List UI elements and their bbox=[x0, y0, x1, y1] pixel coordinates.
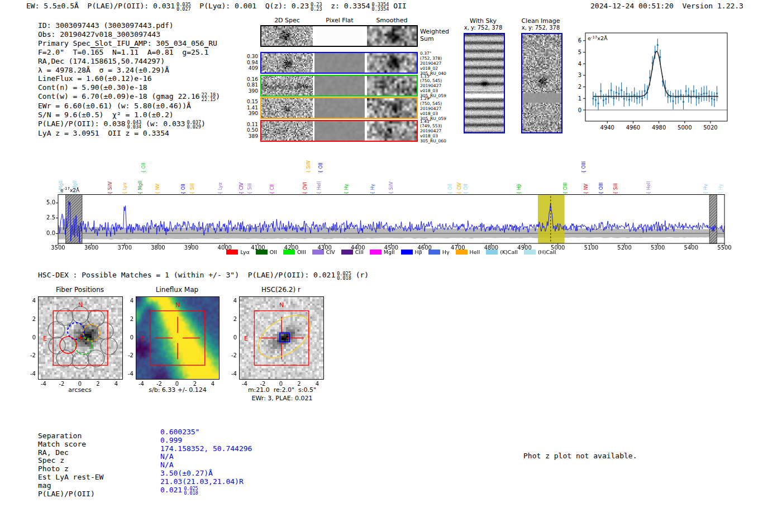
text-run: LyA z = 3.0951 OII z = 0.3354 bbox=[38, 129, 169, 137]
svg-text:4960: 4960 bbox=[626, 124, 640, 131]
legend-label: HeII bbox=[470, 249, 480, 255]
cutout-x-tick: 0 bbox=[170, 381, 184, 387]
left-label-line: 0.15 bbox=[235, 99, 258, 105]
text-run: 11 bbox=[130, 48, 139, 56]
north-label: N bbox=[175, 301, 180, 309]
legend-item-HeII: HeII bbox=[456, 249, 480, 255]
legend-label: Hγ bbox=[442, 249, 450, 255]
text-run: Obs: 20190427v018_3003097443 bbox=[38, 30, 160, 39]
line-annotation-siii: { SiII bbox=[190, 183, 195, 194]
line-annotation-nv: { NV bbox=[155, 184, 160, 194]
spec2d-row-right-labels: 1.29"(750, 545)20190427v018_03305_RU_059 bbox=[420, 97, 446, 122]
line-annotation-siiv: { SiIV bbox=[108, 181, 113, 194]
match-table-value: 174.158352, 50.744296 bbox=[160, 444, 252, 453]
left-label-line: 409 bbox=[235, 65, 258, 71]
match-table-value: 0.600235" bbox=[160, 428, 199, 437]
legend-swatch-icon bbox=[486, 250, 498, 255]
line-annotation-hγ: { Hγ bbox=[718, 184, 723, 194]
cutout-x-tick: -2 bbox=[152, 381, 166, 387]
cutout-x-tick: -4 bbox=[135, 381, 148, 387]
legend-label: CIII bbox=[355, 249, 364, 255]
cutout-x-tick: -2 bbox=[256, 381, 270, 387]
text-run: Cont(w) = 6.70(±0.09)e-18 (gmag 22.16 bbox=[38, 92, 200, 100]
line-annotation-lyα: { Lyα bbox=[122, 183, 127, 194]
cutout-y-tick: 2 bbox=[227, 316, 237, 322]
cutout-x-tick: -4 bbox=[37, 381, 50, 387]
cutout-y-tick: 0 bbox=[26, 334, 36, 341]
match-table-label: mag bbox=[38, 481, 51, 490]
line-annotation-hγ: { Hγ bbox=[370, 184, 375, 194]
legend-label: CIV bbox=[326, 249, 335, 255]
svg-text:0: 0 bbox=[578, 107, 581, 113]
y-tick-label: 2.5 bbox=[45, 214, 55, 221]
legend-item-OII: OII bbox=[256, 249, 277, 255]
info-line: λ = 4978.28Å σ = 3.24(±0.29)Å bbox=[38, 66, 220, 75]
spec2d-row-right-labels: 0.37"(752, 378)20190427v018_02305_RU_040 bbox=[420, 51, 446, 76]
text-run: Primary Spec_Slot_IFU_AMP: 305_034_056_R… bbox=[38, 39, 217, 47]
text-run: 1 bbox=[204, 48, 208, 56]
cutout-x-tick: 2 bbox=[188, 381, 202, 387]
text-run: 0.999 bbox=[160, 436, 182, 444]
text-run: 0.021 bbox=[160, 486, 182, 494]
full-spectrum-svg bbox=[58, 194, 724, 247]
legend-item-Lyα: Lyα bbox=[226, 249, 249, 255]
hsc-xlabel2: EWr: 3, PLAE: 0.021 bbox=[232, 395, 332, 402]
line-annotation-nv: { NV bbox=[584, 184, 589, 194]
with-sky-title: With Sky bbox=[458, 17, 508, 25]
cutout-y-tick: -4 bbox=[26, 371, 36, 377]
y-tick-label: 5.0 bbox=[45, 199, 55, 205]
spec2d-pixel-flat-image bbox=[314, 98, 365, 118]
svg-text:3: 3 bbox=[578, 72, 581, 78]
svg-text:5020: 5020 bbox=[703, 124, 717, 131]
spec2d-column-header: 2D Spec bbox=[261, 17, 313, 24]
spectrum-legend: LyαOIIOIIICIVCIIIMgIIHβHγHeII(K)CaII(H)C… bbox=[58, 249, 724, 255]
clean-image-frame bbox=[521, 33, 562, 133]
lineflux-map-title: Lineflux Map bbox=[136, 286, 218, 294]
legend-label: Hβ bbox=[415, 249, 422, 255]
lineflux-map-overlay: NE bbox=[136, 297, 219, 379]
stacked-value: 0.0430.034 bbox=[127, 120, 142, 129]
summary-header: EW: 5.5±0.5Å P(LAE)/P(OII): 0.0310.0350.… bbox=[26, 2, 407, 11]
y-tick-mark bbox=[56, 203, 58, 203]
ylabel-sup: -17 bbox=[64, 186, 70, 191]
fiber-positions-frame: NE bbox=[38, 296, 123, 380]
cutout-y-tick: 0 bbox=[227, 334, 237, 341]
text-run: LineFlux = 1.60(±0.12)e-16 bbox=[38, 74, 152, 83]
line-annotation-oiii: { OIII bbox=[581, 161, 586, 173]
text-run: N/A bbox=[160, 452, 173, 461]
left-label-line: 390 bbox=[235, 111, 258, 117]
spectrum-ylabel: e-17x2Å bbox=[60, 186, 79, 193]
weighted-sum-line: Weighted bbox=[420, 28, 449, 35]
match-table-label: Photo z bbox=[38, 464, 69, 473]
text-run: S/N = 9.6(±0.5) χ² = 1.0(±0.2) bbox=[38, 111, 174, 119]
info-line: S/N = 9.6(±0.5) χ² = 1.0(±0.2) bbox=[38, 111, 220, 119]
text-run: N=1. bbox=[103, 48, 130, 56]
info-line: Obs: 20190427v018_3003097443 bbox=[38, 30, 220, 39]
svg-text:4980: 4980 bbox=[652, 124, 666, 131]
cutout-y-tick: 4 bbox=[123, 298, 133, 304]
legend-label: OII bbox=[270, 249, 277, 255]
north-label: N bbox=[279, 301, 284, 309]
legend-swatch-icon bbox=[428, 250, 440, 255]
stacked-value: 0.0250.018 bbox=[337, 271, 351, 280]
legend-item-(K)CaII: (K)CaII bbox=[486, 249, 518, 255]
cutout-y-tick: 4 bbox=[26, 298, 36, 304]
line-annotation-oii: { OII bbox=[464, 184, 469, 194]
spec2d-smoothed-image bbox=[367, 53, 417, 73]
text-run: P(LAE)/P(OII): 0.038 bbox=[38, 119, 126, 128]
left-label-line: 1.41 bbox=[235, 105, 258, 111]
match-table-value: 0.999 bbox=[160, 436, 182, 445]
stack-lower: 0.3354 bbox=[372, 7, 389, 11]
svg-text:6: 6 bbox=[578, 37, 581, 44]
text-run: (w: 0.033 bbox=[141, 119, 185, 128]
hsc-xlabel: m:21.0 re:2.0" s:0.5" bbox=[232, 386, 332, 394]
spec2d-pixel-flat-image bbox=[314, 26, 365, 46]
clean-image-title: Clean Image bbox=[516, 17, 566, 25]
stack-lower: 0.029 bbox=[187, 124, 201, 129]
east-label: E bbox=[141, 335, 145, 342]
weighted-sum-label: WeightedSum bbox=[420, 28, 449, 42]
hsc-cutout-overlay: NE bbox=[240, 297, 323, 379]
info-line: P(LAE)/P(OII): 0.0380.0430.034 (w: 0.033… bbox=[38, 119, 220, 129]
spec2d-2d-image bbox=[261, 76, 313, 95]
spec2d-smoothed-image bbox=[367, 26, 417, 46]
